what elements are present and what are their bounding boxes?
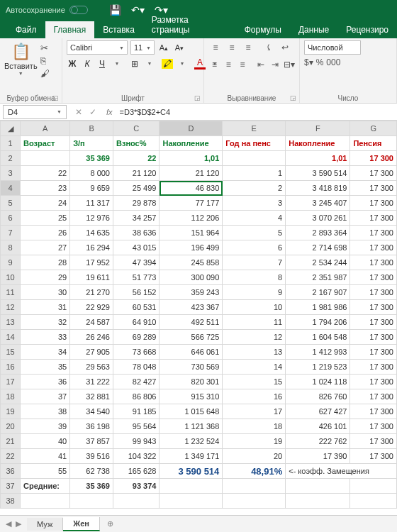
copy-icon[interactable]: ⎘ <box>40 55 50 66</box>
ribbon: 📋 Вставить ▼ ✂ ⎘ 🖌 Буфер обмена◲ Calibri… <box>0 38 397 104</box>
align-left-icon[interactable]: ≡ <box>208 57 220 72</box>
group-number-label: Число <box>338 94 359 102</box>
table-row: 19 38 34 540 91 185 1 015 648 17 627 427… <box>1 404 397 419</box>
formula-bar: D4▼ ✕ ✓ fx =D3*$D$2+C4 <box>0 104 397 121</box>
table-row: 16 35 29 563 78 048 730 569 14 1 219 523… <box>1 360 397 375</box>
percent-icon[interactable]: % <box>316 57 324 67</box>
launcher-icon[interactable]: ◲ <box>52 94 59 101</box>
table-row: 6 25 12 976 34 257 112 206 4 3 070 261 1… <box>1 211 397 226</box>
tab-home[interactable]: Главная <box>45 21 95 38</box>
grid[interactable]: ◢ A B C D E F G 1 Возраст З/п Взнос% Нак… <box>0 121 397 509</box>
align-bottom-icon[interactable]: ≡ <box>241 40 255 55</box>
col-headers: ◢ A B C D E F G <box>1 121 397 136</box>
table-row: 22 41 39 516 104 322 1 349 171 20 17 390… <box>1 449 397 464</box>
fx-icon[interactable]: fx <box>102 108 117 116</box>
underline-button[interactable]: Ч <box>96 59 108 69</box>
indent-dec-icon[interactable]: ⇤ <box>255 57 267 72</box>
add-sheet-icon[interactable]: ⊕ <box>100 519 121 528</box>
align-center-icon[interactable]: ≡ <box>223 57 235 72</box>
paste-button[interactable]: 📋 Вставить ▼ <box>4 40 38 92</box>
decrease-font-icon[interactable]: A▾ <box>173 40 186 55</box>
indent-inc-icon[interactable]: ⇥ <box>269 57 281 72</box>
table-row: 36 55 62 738 165 628 3 590 514 48,91% <-… <box>1 464 397 479</box>
table-row: 21 40 37 857 99 943 1 232 524 19 222 762… <box>1 434 397 449</box>
table-row: 10 29 19 611 51 773 300 090 8 2 351 987 … <box>1 270 397 285</box>
table-row: 1 Возраст З/п Взнос% Накопление Год на п… <box>1 136 397 151</box>
table-row: 2 35 369 22 1,01 1,01 17 300 <box>1 151 397 166</box>
table-row: 3 22 8 000 21 120 21 120 1 3 590 514 17 … <box>1 166 397 181</box>
col-A[interactable]: A <box>21 121 70 136</box>
tab-insert[interactable]: Вставка <box>94 21 143 38</box>
col-D[interactable]: D <box>160 121 223 136</box>
group-align: ≡ ≡ ≡ ⤹ ↩ ≡ ≡ ≡ ⇤ ⇥ ⊟▾ Выравнивание◲ <box>204 38 300 103</box>
table-row: 38 <box>1 494 397 509</box>
format-painter-icon[interactable]: 🖌 <box>40 68 50 79</box>
col-G[interactable]: G <box>350 121 397 136</box>
col-B[interactable]: B <box>70 121 113 136</box>
autosave-toggle[interactable]: Автосохранение <box>6 6 88 14</box>
merge-icon[interactable]: ⊟▾ <box>283 57 295 72</box>
col-E[interactable]: E <box>223 121 286 136</box>
chevron-down-icon: ▼ <box>18 71 23 76</box>
table-row: 8 27 16 294 43 015 196 499 6 2 714 698 1… <box>1 240 397 255</box>
table-row: 12 31 22 929 60 531 423 367 10 1 981 986… <box>1 300 397 315</box>
group-clipboard-label: Буфер обмена <box>7 94 55 102</box>
table-row: 15 34 27 905 73 668 646 061 13 1 412 993… <box>1 345 397 360</box>
launcher-icon[interactable]: ◲ <box>290 94 296 101</box>
font-size-combo[interactable]: 11▼ <box>130 40 155 55</box>
launcher-icon[interactable]: ◲ <box>194 94 201 101</box>
table-row: 9 28 17 952 47 394 245 858 7 2 534 244 1… <box>1 255 397 270</box>
bold-button[interactable]: Ж <box>67 59 78 69</box>
formula-input[interactable]: =D3*$D$2+C4 <box>117 108 397 116</box>
font-name-combo[interactable]: Calibri▼ <box>67 40 128 55</box>
name-box[interactable]: D4▼ <box>3 105 67 119</box>
sheet-tab-2[interactable]: Жен <box>63 517 100 531</box>
currency-icon[interactable]: $▾ <box>304 57 313 67</box>
select-all[interactable]: ◢ <box>1 121 21 136</box>
table-row: 18 37 32 881 86 806 915 310 16 826 760 1… <box>1 389 397 404</box>
table-row: 13 32 24 587 64 910 492 511 11 1 794 206… <box>1 315 397 330</box>
fill-color-icon[interactable]: 🖍 <box>162 59 173 69</box>
autosave-label: Автосохранение <box>6 6 65 14</box>
group-number: Числовой $▾ % 000 Число <box>300 38 397 103</box>
tab-file[interactable]: Файл <box>7 21 45 38</box>
tab-data[interactable]: Данные <box>290 21 337 38</box>
cut-icon[interactable]: ✂ <box>40 43 50 53</box>
cancel-icon[interactable]: ✕ <box>75 107 82 117</box>
table-row: 7 26 14 635 38 636 151 964 5 2 893 364 1… <box>1 226 397 240</box>
italic-button[interactable]: К <box>82 59 93 69</box>
table-row: 14 33 26 246 69 289 566 725 12 1 604 548… <box>1 330 397 345</box>
group-align-label: Выравнивание <box>228 94 276 102</box>
toggle-icon <box>69 6 88 14</box>
align-right-icon[interactable]: ≡ <box>237 57 249 72</box>
table-row: 20 39 36 198 95 564 1 121 368 18 426 101… <box>1 419 397 434</box>
tab-formulas[interactable]: Формулы <box>236 21 290 38</box>
number-format-combo[interactable]: Числовой <box>304 40 361 55</box>
col-F[interactable]: F <box>286 121 350 136</box>
increase-font-icon[interactable]: A▴ <box>157 40 170 55</box>
group-clipboard: 📋 Вставить ▼ ✂ ⎘ 🖌 Буфер обмена◲ <box>0 38 62 103</box>
ribbon-tabs: Файл Главная Вставка Разметка страницы Ф… <box>0 20 397 38</box>
align-top-icon[interactable]: ≡ <box>208 40 223 55</box>
table-row: 11 30 21 270 56 152 359 243 9 2 167 907 … <box>1 285 397 300</box>
col-C[interactable]: C <box>113 121 159 136</box>
sheet-tab-1[interactable]: Муж <box>27 518 63 531</box>
paste-label: Вставить <box>4 62 38 70</box>
table-row: 5 24 11 317 29 878 77 177 3 3 245 407 17… <box>1 196 397 211</box>
table-row: 37 Средние: 35 369 93 374 <box>1 479 397 494</box>
align-middle-icon[interactable]: ≡ <box>225 40 239 55</box>
wrap-text-icon[interactable]: ↩ <box>278 40 292 55</box>
orientation-icon[interactable]: ⤹ <box>262 40 276 55</box>
sheet-tabs: ◀▶ Муж Жен ⊕ <box>0 515 397 532</box>
table-row: 17 36 31 222 82 427 820 301 15 1 024 118… <box>1 375 397 389</box>
tab-layout[interactable]: Разметка страницы <box>143 11 236 38</box>
comma-icon[interactable]: 000 <box>326 57 340 67</box>
clipboard-icon: 📋 <box>11 43 30 61</box>
table-row: 4 23 9 659 25 499 46 830 2 3 418 819 17 … <box>1 181 397 196</box>
group-font: Calibri▼ 11▼ A▴ A▾ Ж К Ч▼ ⊞▼ 🖍▼ A▼ Шрифт… <box>62 38 204 103</box>
enter-icon[interactable]: ✓ <box>89 107 96 117</box>
save-icon[interactable]: 💾 <box>109 4 121 16</box>
border-icon[interactable]: ⊞ <box>129 59 140 69</box>
tab-review[interactable]: Рецензиро <box>337 21 397 38</box>
sheet-nav[interactable]: ◀▶ <box>0 519 27 528</box>
